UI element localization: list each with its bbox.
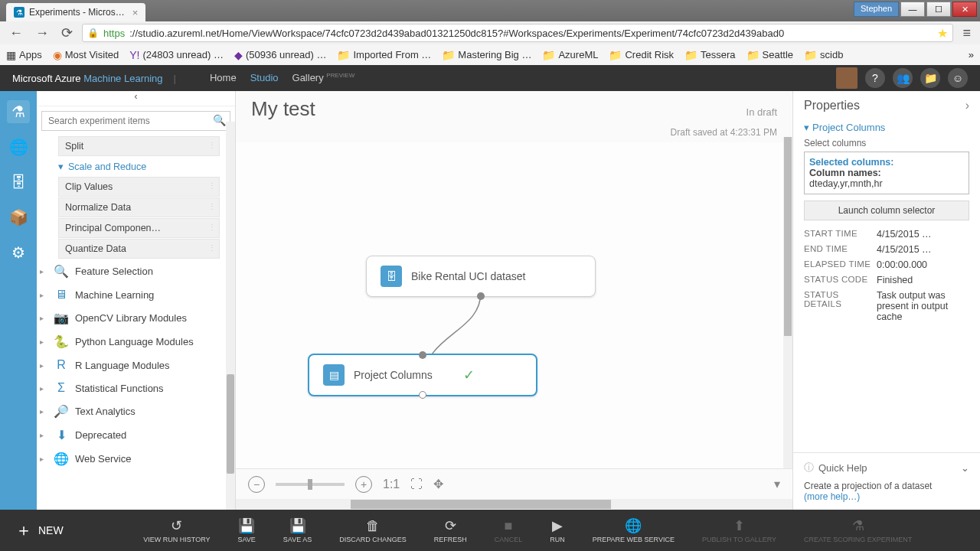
save-button[interactable]: 💾SAVE — [238, 517, 256, 543]
module-item[interactable]: Normalize Data⋮ — [58, 197, 220, 217]
pan-button[interactable]: ✥ — [433, 477, 443, 491]
chevron-right-icon[interactable]: › — [965, 99, 969, 112]
rail-settings[interactable]: ⚙ — [7, 241, 30, 264]
canvas-toolbar: − + 1:1 ⛶ ✥ ▾ — [236, 468, 792, 499]
back-button[interactable]: ← — [6, 25, 26, 41]
experiment-status: In draft — [746, 106, 777, 118]
rail-datasets[interactable]: 🗄 — [7, 171, 30, 194]
tree-category[interactable]: ▸⬇Deprecated — [37, 423, 226, 447]
tree-category[interactable]: ▸🐍Python Language Modules — [37, 330, 226, 354]
publish-gallery-button: ⬆PUBLISH TO GALLERY — [702, 517, 776, 543]
bookmark-overflow[interactable]: » — [969, 49, 974, 60]
collapse-sidebar[interactable]: ‹ — [37, 91, 235, 106]
tree-category-expanded[interactable]: ▾Scale and Reduce — [37, 157, 226, 176]
nav-studio[interactable]: Studio — [250, 72, 279, 83]
zoom-out-button[interactable]: − — [248, 476, 265, 493]
rail-web-services[interactable]: 🌐 — [7, 135, 30, 158]
maximize-button[interactable]: ☐ — [926, 2, 951, 17]
experiment-title[interactable]: My test — [251, 97, 315, 121]
menu-button[interactable]: ≡ — [959, 25, 974, 41]
chevron-down-icon[interactable]: ⌄ — [961, 462, 969, 474]
rail-experiments[interactable]: ⚗ — [7, 100, 30, 123]
close-icon[interactable]: × — [132, 7, 139, 18]
forward-button[interactable]: → — [32, 25, 52, 41]
bookmark-folder[interactable]: 📁scidb — [804, 49, 843, 61]
reload-button[interactable]: ⟳ — [58, 24, 76, 41]
selected-columns-box: Selected columns: Column names: dteday,y… — [804, 152, 969, 194]
tree-category[interactable]: ▸🖥Machine Learning — [37, 283, 226, 306]
search-icon[interactable]: 🔍 — [213, 114, 226, 126]
star-icon[interactable]: ★ — [937, 26, 948, 41]
node-project-columns[interactable]: ▤ Project Columns ✓ — [308, 354, 537, 396]
launch-column-selector-button[interactable]: Launch column selector — [804, 201, 969, 220]
actual-size-button[interactable]: 1:1 — [383, 478, 400, 491]
node-dataset[interactable]: 🗄 Bike Rental UCI dataset — [366, 256, 596, 297]
section-title[interactable]: ▾Project Columns — [804, 120, 969, 138]
output-port[interactable] — [419, 391, 426, 399]
help-icon[interactable]: ? — [865, 68, 885, 88]
url-scheme: https — [103, 28, 125, 39]
bookmark-folder[interactable]: 📁Credit Risk — [609, 49, 674, 61]
cancel-button: ■CANCEL — [495, 517, 523, 543]
zoom-in-button[interactable]: + — [355, 476, 372, 493]
bookmark-folder[interactable]: 📁Imported From … — [337, 49, 431, 61]
refresh-button[interactable]: ⟳REFRESH — [434, 517, 467, 543]
user-badge[interactable]: Stephen — [854, 2, 899, 17]
group-icon[interactable]: 👥 — [893, 68, 913, 88]
minimize-button[interactable]: — — [900, 2, 925, 17]
module-item[interactable]: Clip Values⋮ — [58, 177, 220, 197]
prepare-web-service-button[interactable]: 🌐PREPARE WEB SERVICE — [593, 517, 675, 543]
sidebar-scrollbar[interactable] — [226, 122, 235, 510]
new-button[interactable]: ＋NEW — [15, 519, 64, 542]
rail-modules[interactable]: 📦 — [7, 206, 30, 229]
apps-button[interactable]: ▦Apps — [6, 49, 42, 61]
tree-category[interactable]: ▸RR Language Modules — [37, 354, 226, 377]
module-item[interactable]: Quantize Data⋮ — [58, 239, 220, 259]
tree-category[interactable]: ▸ΣStatistical Functions — [37, 377, 226, 399]
output-port[interactable] — [477, 292, 485, 300]
bookmark-folder[interactable]: 📁Seattle — [746, 49, 793, 61]
search-input[interactable] — [41, 111, 230, 131]
nav-rail: ⚗ 🌐 🗄 📦 ⚙ — [0, 91, 37, 510]
more-help-link[interactable]: (more help…) — [804, 491, 860, 502]
saved-timestamp: Draft saved at 4:23:31 PM — [236, 127, 792, 142]
smile-icon[interactable]: ☺ — [948, 68, 968, 88]
command-bar: ＋NEW ↺VIEW RUN HISTORY 💾SAVE 💾SAVE AS 🗑D… — [0, 510, 980, 551]
tree-category[interactable]: ▸📷OpenCV Library Modules — [37, 306, 226, 330]
dataset-icon: 🗄 — [381, 266, 402, 287]
canvas-v-scrollbar[interactable] — [783, 137, 792, 468]
tree-category[interactable]: ▸🔍Feature Selection — [37, 259, 226, 283]
nav-home[interactable]: Home — [210, 72, 237, 83]
bookmark-item[interactable]: ◉Most Visited — [53, 49, 119, 61]
zoom-slider[interactable] — [276, 483, 345, 486]
bookmark-folder[interactable]: 📁AzureML — [542, 49, 598, 61]
select-columns-label: Select columns — [804, 138, 969, 148]
url-field[interactable]: 🔒 https://studio.azureml.net/Home/ViewWo… — [82, 24, 953, 42]
canvas-surface[interactable]: 🗄 Bike Rental UCI dataset ▤ Project Colu… — [236, 142, 792, 468]
bookmark-item[interactable]: Y!(24803 unread) … — [129, 49, 224, 61]
tree-category[interactable]: ▸🔎Text Analytics — [37, 399, 226, 423]
browser-tab[interactable]: ⚗ Experiments - Micros… × — [6, 3, 145, 21]
brand[interactable]: Microsoft Azure Machine Learning — [12, 73, 163, 84]
bookmark-folder[interactable]: 📁Tessera — [684, 49, 736, 61]
bookmark-item[interactable]: ◆(50936 unread) … — [234, 49, 327, 61]
bookmark-folder[interactable]: 📁Mastering Big … — [442, 49, 531, 61]
tree-category[interactable]: ▸🌐Web Service — [37, 447, 226, 471]
folder-icon[interactable]: 📁 — [920, 68, 940, 88]
window-close-button[interactable]: ✕ — [952, 2, 977, 17]
nav-gallery[interactable]: Gallery PREVIEW — [292, 72, 355, 83]
module-item[interactable]: Split⋮ — [58, 136, 220, 156]
save-as-button[interactable]: 💾SAVE AS — [283, 517, 312, 543]
module-icon: ▤ — [323, 364, 345, 386]
quick-help: ⓘQuick Help⌄ Create a projection of a da… — [793, 452, 980, 510]
input-port[interactable] — [419, 351, 426, 359]
module-item[interactable]: Principal Componen…⋮ — [58, 218, 220, 238]
view-run-history-button[interactable]: ↺VIEW RUN HISTORY — [143, 517, 210, 543]
canvas-h-scrollbar[interactable] — [236, 499, 792, 510]
canvas-menu[interactable]: ▾ — [774, 477, 780, 491]
fit-screen-button[interactable]: ⛶ — [410, 478, 423, 491]
address-bar: ← → ⟳ 🔒 https://studio.azureml.net/Home/… — [0, 21, 980, 44]
avatar[interactable] — [836, 67, 858, 89]
discard-changes-button[interactable]: 🗑DISCARD CHANGES — [339, 517, 407, 543]
run-button[interactable]: ▶RUN — [550, 517, 565, 543]
